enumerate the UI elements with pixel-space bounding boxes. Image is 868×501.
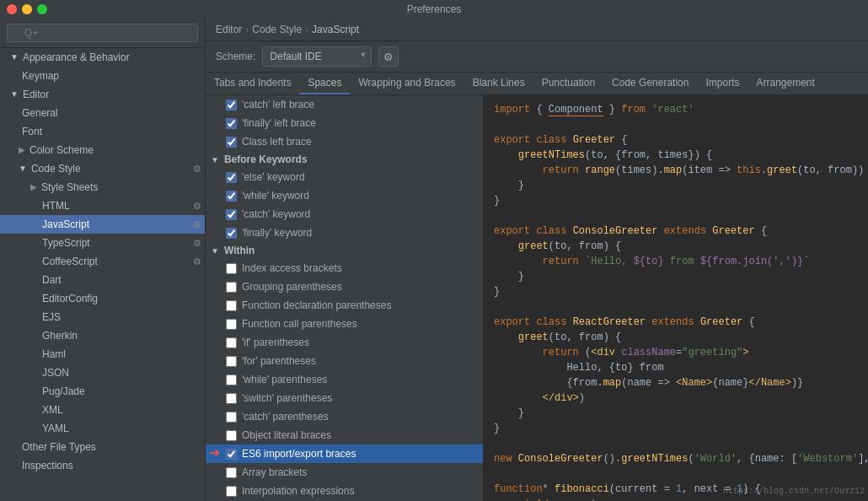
settings-item-else-kw[interactable]: 'else' keyword [206, 168, 483, 186]
maximize-button[interactable] [37, 4, 47, 14]
settings-item-switch-parens[interactable]: 'switch' parentheses [206, 389, 483, 407]
if-parens-checkbox[interactable] [226, 337, 237, 348]
tab-blank-lines[interactable]: Blank Lines [464, 73, 533, 94]
code-line-22: } [494, 421, 858, 436]
sidebar-item-inspections[interactable]: Inspections [0, 456, 205, 475]
settings-item-interpolation-expr[interactable]: Interpolation expressions [206, 482, 483, 500]
tab-wrapping-braces[interactable]: Wrapping and Braces [350, 73, 463, 94]
fn-call-parens-checkbox[interactable] [226, 319, 237, 330]
sidebar-item-label: Style Sheets [41, 180, 98, 195]
settings-item-object-literal-braces[interactable]: Object literal braces [206, 426, 483, 444]
scheme-select[interactable]: Default IDE [262, 46, 372, 67]
finally-left-checkbox[interactable] [226, 118, 237, 129]
sidebar-item-haml[interactable]: Haml [0, 345, 205, 364]
catch-kw-checkbox[interactable] [226, 209, 237, 220]
tab-tabs-indents[interactable]: Tabs and Indents [206, 73, 299, 94]
settings-item-if-parens[interactable]: 'if' parentheses [206, 333, 483, 352]
settings-item-while-kw[interactable]: 'while' keyword [206, 186, 483, 205]
sidebar-item-yaml[interactable]: YAML [0, 419, 205, 438]
sidebar-item-label: XML [42, 402, 63, 418]
sidebar-item-xml[interactable]: XML [0, 401, 205, 419]
es6-braces-checkbox[interactable] [226, 449, 237, 460]
expand-arrow: ▶ [30, 180, 37, 195]
settings-item-catch-left[interactable]: 'catch' left brace [206, 95, 483, 114]
sidebar-item-general[interactable]: General [0, 104, 205, 122]
array-brackets-checkbox[interactable] [226, 467, 237, 478]
content-area: Editor › Code Style › JavaScript Scheme:… [206, 19, 868, 501]
sidebar-item-html[interactable]: HTML ⚙ [0, 197, 205, 215]
search-input[interactable] [7, 24, 198, 42]
gear-icon: ⚙ [193, 161, 201, 176]
tab-code-generation[interactable]: Code Generation [603, 73, 697, 94]
tab-spaces[interactable]: Spaces [299, 73, 350, 94]
expand-arrow: ▶ [19, 143, 25, 158]
settings-item-catch-kw[interactable]: 'catch' keyword [206, 205, 483, 224]
settings-item-while-parens[interactable]: 'while' parentheses [206, 370, 483, 389]
tab-arrangement[interactable]: Arrangement [747, 73, 822, 94]
settings-item-array-brackets[interactable]: Array brackets [206, 463, 483, 482]
settings-item-finally-kw[interactable]: 'finally' keyword [206, 224, 483, 242]
object-literal-braces-checkbox[interactable] [226, 430, 237, 441]
scheme-gear-button[interactable]: ⚙ [378, 46, 399, 67]
switch-parens-checkbox[interactable] [226, 393, 237, 404]
settings-item-label: Function declaration parentheses [242, 298, 391, 313]
tab-imports[interactable]: Imports [697, 73, 747, 94]
sidebar-item-typescript[interactable]: TypeScript ⚙ [0, 234, 205, 252]
code-line-blank4 [494, 436, 858, 451]
settings-item-label: 'catch' parentheses [242, 409, 329, 424]
minimize-button[interactable] [22, 4, 32, 14]
settings-item-es6-braces[interactable]: ➜ ES6 import/export braces [206, 444, 483, 463]
code-line-10: greet(to, from) { [494, 239, 858, 254]
class-left-checkbox[interactable] [226, 137, 237, 148]
sidebar-item-ejs[interactable]: EJS [0, 308, 205, 326]
sidebar-item-editor[interactable]: ▼ Editor [0, 85, 205, 104]
sidebar-item-appearance[interactable]: ▼ Appearance & Behavior [0, 48, 205, 67]
sidebar-item-pug[interactable]: Pug/Jade [0, 382, 205, 401]
sidebar-item-other-file-types[interactable]: Other File Types [0, 438, 205, 456]
code-line-11: return `Hello, ${to} from ${from.join(',… [494, 254, 858, 269]
section-title: Before Keywords [224, 154, 308, 165]
breadcrumb: Editor › Code Style › JavaScript [206, 19, 868, 41]
sidebar-item-coffeescript[interactable]: CoffeeScript ⚙ [0, 252, 205, 271]
code-line-blank5 [494, 466, 858, 482]
settings-item-grouping-parens[interactable]: Grouping parentheses [206, 277, 483, 296]
sidebar-item-keymap[interactable]: Keymap [0, 67, 205, 85]
fn-decl-parens-checkbox[interactable] [226, 300, 237, 311]
settings-item-for-parens[interactable]: 'for' parentheses [206, 352, 483, 370]
catch-left-checkbox[interactable] [226, 100, 237, 110]
close-button[interactable] [7, 4, 17, 14]
code-line-18: Hello, {to} from [494, 360, 858, 375]
sidebar-item-color-scheme[interactable]: ▶ Color Scheme [0, 141, 205, 159]
sidebar-item-javascript[interactable]: JavaScript ⚙ [0, 215, 205, 234]
sidebar-item-json[interactable]: JSON [0, 364, 205, 382]
grouping-parens-checkbox[interactable] [226, 282, 237, 293]
while-kw-checkbox[interactable] [226, 191, 237, 202]
sidebar-item-style-sheets[interactable]: ▶ Style Sheets [0, 178, 205, 197]
settings-item-catch-parens[interactable]: 'catch' parentheses [206, 407, 483, 426]
expand-arrow: ▼ [211, 155, 219, 164]
sidebar-item-dart[interactable]: Dart [0, 271, 205, 289]
before-keywords-header[interactable]: ▼ Before Keywords [206, 151, 483, 168]
interpolation-expr-checkbox[interactable] [226, 486, 237, 497]
index-access-checkbox[interactable] [226, 263, 237, 274]
sidebar-item-editorconfig[interactable]: EditorConfig [0, 289, 205, 308]
settings-item-class-left[interactable]: Class left brace [206, 132, 483, 151]
settings-item-fn-decl-parens[interactable]: Function declaration parentheses [206, 296, 483, 315]
code-line-blank3 [494, 299, 858, 315]
sidebar-item-gherkin[interactable]: Gherkin [0, 326, 205, 345]
finally-kw-checkbox[interactable] [226, 228, 237, 239]
else-kw-checkbox[interactable] [226, 172, 237, 183]
tab-punctuation[interactable]: Punctuation [533, 73, 603, 94]
tabs-bar: Tabs and Indents Spaces Wrapping and Bra… [206, 73, 868, 95]
while-parens-checkbox[interactable] [226, 374, 237, 385]
catch-parens-checkbox[interactable] [226, 412, 237, 423]
search-bar: 🔍 [0, 19, 205, 48]
settings-item-index-access[interactable]: Index access brackets [206, 259, 483, 277]
settings-item-fn-call-parens[interactable]: Function call parentheses [206, 315, 483, 333]
sidebar-item-font[interactable]: Font [0, 122, 205, 141]
within-header[interactable]: ▼ Within [206, 242, 483, 259]
settings-item-finally-left[interactable]: 'finally' left brace [206, 114, 483, 132]
sidebar-item-code-style[interactable]: ▼ Code Style ⚙ [0, 159, 205, 178]
code-line-blank1 [494, 117, 858, 132]
for-parens-checkbox[interactable] [226, 356, 237, 367]
